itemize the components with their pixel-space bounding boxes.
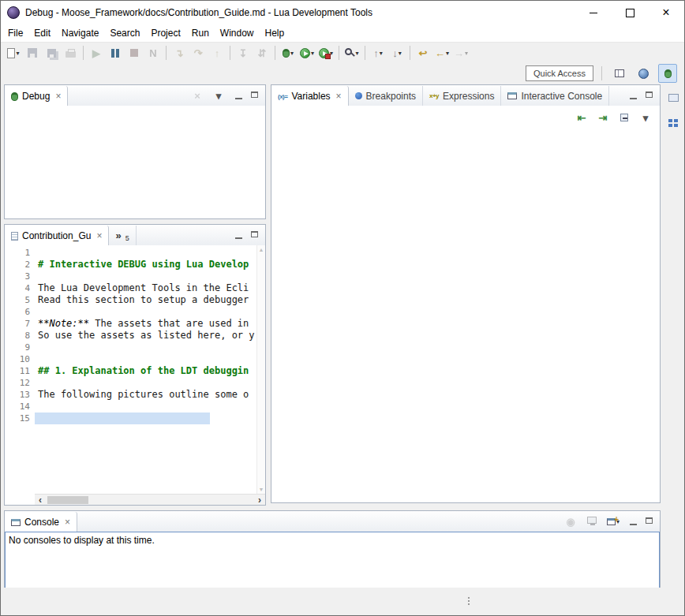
next-annotation-dropdown-icon[interactable]: ▾: [399, 50, 402, 57]
toolbar-separator: [230, 46, 230, 60]
tab-console[interactable]: Console ×: [5, 512, 77, 532]
editor-horizontal-scrollbar[interactable]: ‹ ›: [35, 494, 265, 505]
code-line-11: ## 1. Explanation of the LDT debuggin: [38, 365, 256, 377]
tab-breakpoints[interactable]: Breakpoints: [349, 86, 423, 106]
pin-console-button[interactable]: ◉: [562, 513, 579, 530]
menu-item-window[interactable]: Window: [215, 25, 260, 41]
step-over-button[interactable]: ↷: [189, 44, 207, 62]
console-maximize-button[interactable]: [642, 515, 657, 528]
variables-minimize-button[interactable]: [627, 89, 641, 102]
resume-button[interactable]: ▶: [88, 44, 105, 62]
editor-overflow-tab[interactable]: »5: [109, 226, 136, 245]
window-minimize-button[interactable]: [575, 1, 612, 24]
show-type-names-button[interactable]: ⇤: [573, 109, 590, 126]
variables-maximize-button[interactable]: [642, 89, 657, 102]
window-close-button[interactable]: ×: [648, 1, 684, 24]
step-into-button[interactable]: ↴: [170, 44, 188, 62]
minimized-view-grid-button[interactable]: [664, 114, 682, 132]
console-view-toolbar: ◉▾: [561, 513, 623, 530]
display-selected-console-button[interactable]: [583, 513, 601, 530]
previous-annotation-dropdown-icon[interactable]: ▾: [380, 50, 383, 57]
minimized-view-restore-button[interactable]: [664, 89, 682, 106]
tab-debug-close-icon[interactable]: ×: [55, 92, 61, 100]
remove-all-terminated-button[interactable]: ×: [189, 87, 206, 104]
print-button[interactable]: [62, 44, 79, 62]
run-dropdown-icon[interactable]: ▾: [311, 50, 314, 57]
scroll-left-icon[interactable]: ‹: [35, 495, 46, 505]
menu-item-run[interactable]: Run: [186, 25, 215, 41]
line-number: 13: [5, 389, 30, 401]
code-text: The Lua Development Tools in the Ecli: [38, 282, 249, 293]
forward-dropdown-icon[interactable]: ▾: [465, 50, 468, 57]
scrollbar-thumb[interactable]: [47, 496, 88, 504]
window-maximize-button[interactable]: [612, 1, 648, 24]
variables-view-content[interactable]: [271, 106, 660, 502]
open-console-button[interactable]: ▾: [605, 513, 622, 530]
run-button[interactable]: ▾: [298, 44, 316, 62]
tab-expressions[interactable]: x+yExpressions: [423, 86, 501, 106]
terminate-button[interactable]: [125, 44, 143, 62]
use-step-filters-button[interactable]: ⇵: [253, 44, 271, 62]
debug-view-content[interactable]: [5, 106, 265, 218]
previous-annotation-button[interactable]: ↑▾: [369, 44, 387, 62]
app-icon: [7, 6, 20, 19]
editor-gutter[interactable]: 123456789101112131415: [5, 245, 35, 494]
menu-item-edit[interactable]: Edit: [28, 25, 56, 41]
disconnect-button[interactable]: N: [144, 44, 162, 62]
menu-item-help[interactable]: Help: [260, 25, 290, 41]
quick-access-box[interactable]: Quick Access: [526, 65, 593, 81]
tab-editor-close-icon[interactable]: ×: [96, 232, 102, 240]
line-number: 15: [5, 413, 30, 424]
new-wizard-dropdown-icon[interactable]: ▾: [16, 50, 19, 57]
open-perspective-button[interactable]: [611, 65, 628, 82]
menu-item-navigate[interactable]: Navigate: [56, 25, 104, 41]
scroll-up-icon[interactable]: ▲: [259, 247, 264, 252]
scroll-down-icon[interactable]: ▼: [259, 487, 264, 492]
tab-contribution-guide[interactable]: Contribution_Gu ×: [5, 226, 109, 246]
menu-item-project[interactable]: Project: [145, 25, 185, 41]
tab-debug-label: Debug: [22, 91, 50, 102]
tab-debug[interactable]: Debug ×: [5, 86, 68, 106]
debug-perspective-button[interactable]: [658, 64, 677, 83]
line-number: 9: [5, 342, 30, 353]
editor-maximize-button[interactable]: [248, 229, 262, 241]
external-tools-button[interactable]: ▾: [317, 44, 335, 62]
new-wizard-button[interactable]: ▾: [5, 44, 22, 62]
show-logical-structures-button[interactable]: ⇥: [594, 109, 612, 126]
editor-vertical-scrollbar[interactable]: ▲ ▼: [256, 245, 265, 494]
next-annotation-button[interactable]: ↓▾: [388, 44, 406, 62]
lua-perspective-button[interactable]: [634, 65, 652, 82]
scroll-right-icon[interactable]: ›: [254, 495, 265, 505]
editor-minimize-button[interactable]: [232, 229, 246, 241]
search-button[interactable]: ▾: [343, 44, 361, 62]
console-minimize-button[interactable]: [627, 515, 641, 528]
tab-variables-close-icon[interactable]: ×: [336, 92, 342, 100]
back-dropdown-icon[interactable]: ▾: [446, 50, 449, 57]
back-button[interactable]: ←▾: [433, 44, 451, 62]
variables-tabs: (x)=Variables×Breakpointsx+yExpressionsI…: [271, 86, 609, 106]
editor-content[interactable]: # Interactive DEBUG using Lua DevelopThe…: [35, 245, 256, 494]
search-dropdown-icon[interactable]: ▾: [355, 50, 358, 57]
suspend-button[interactable]: [107, 44, 124, 62]
tab-variables[interactable]: (x)=Variables×: [271, 86, 349, 106]
tab-console-close-icon[interactable]: ×: [65, 518, 70, 526]
view-menu-button[interactable]: ▾: [637, 109, 654, 126]
debug-dropdown-icon[interactable]: ▾: [290, 50, 294, 57]
debug-button[interactable]: ▾: [279, 44, 297, 62]
menu-item-file[interactable]: File: [2, 25, 28, 41]
drop-to-frame-button[interactable]: ↧: [234, 44, 252, 62]
debug-view-maximize-button[interactable]: [248, 89, 262, 102]
console-sash-grip[interactable]: [468, 597, 470, 599]
save-all-button[interactable]: [43, 44, 60, 62]
collapse-all-button[interactable]: [616, 109, 633, 126]
tab-interactive-console[interactable]: Interactive Console: [501, 86, 609, 106]
step-return-button[interactable]: ↑: [208, 44, 226, 62]
last-edit-location-button[interactable]: ↩: [414, 44, 432, 62]
forward-button[interactable]: →▾: [452, 44, 470, 62]
debug-view-minimize-button[interactable]: [232, 89, 246, 102]
editor-body: 123456789101112131415 # Interactive DEBU…: [5, 245, 265, 494]
view-menu-button[interactable]: ▾: [210, 87, 227, 104]
menu-item-search[interactable]: Search: [104, 25, 145, 41]
save-button[interactable]: [24, 44, 41, 62]
collapse-all-icon-glyph: [620, 114, 628, 121]
